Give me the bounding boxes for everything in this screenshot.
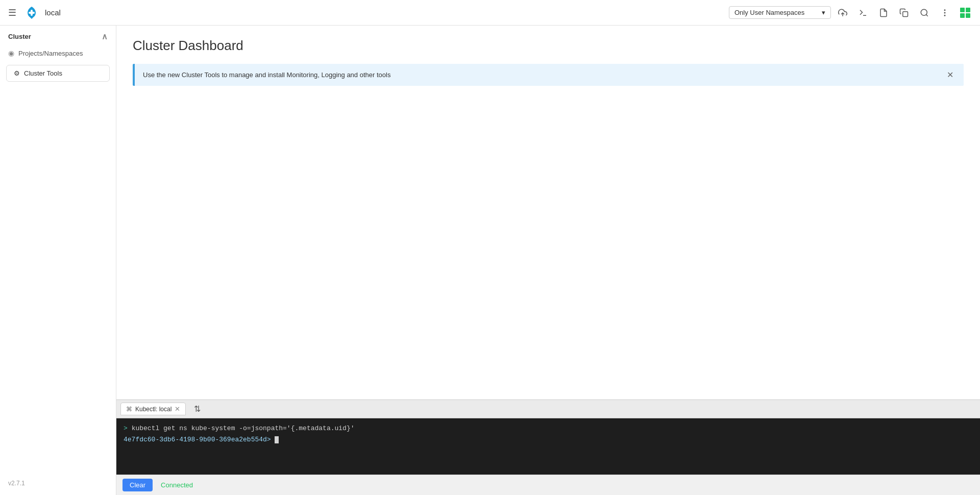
- svg-rect-1: [29, 12, 35, 14]
- header-right: Only User Namespaces ▾: [729, 4, 974, 21]
- terminal-line-2: 4e7fdc60-3db6-4198-9b00-369ea2eb554d>: [124, 435, 973, 445]
- terminal-tab-kubectl-local[interactable]: ⌘ Kubectl: local ✕: [120, 403, 186, 415]
- terminal-cursor: [275, 436, 279, 443]
- copy-icon: [899, 8, 909, 17]
- sidebar-section-header: Cluster ∧: [0, 26, 116, 45]
- terminal-prompt: >: [124, 425, 128, 432]
- file-button[interactable]: [875, 4, 892, 21]
- kubectl-icon: [859, 8, 868, 17]
- version-label: v2.7.1: [0, 477, 116, 495]
- terminal-tabs: ⌘ Kubectl: local ✕ ⇅: [116, 400, 980, 418]
- projects-namespaces-icon: ◉: [8, 49, 14, 57]
- page-title: Cluster Dashboard: [133, 38, 964, 54]
- terminal-tab-icon: ⌘: [126, 406, 132, 413]
- svg-point-7: [944, 10, 945, 11]
- sidebar-resize-handle[interactable]: [114, 26, 118, 495]
- upload-button[interactable]: [834, 4, 851, 21]
- top-header: ☰ local Only User Namespaces ▾: [0, 0, 980, 26]
- clear-button[interactable]: Clear: [122, 479, 153, 491]
- svg-point-8: [944, 12, 945, 13]
- connected-status-label: Connected: [161, 481, 193, 489]
- info-banner: Use the new Cluster Tools to manage and …: [133, 64, 964, 86]
- terminal-tab-label: Kubectl: local: [135, 406, 172, 413]
- hamburger-icon[interactable]: ☰: [6, 5, 18, 20]
- grid-app-button[interactable]: [957, 4, 974, 21]
- kubectl-button[interactable]: [854, 4, 872, 21]
- sidebar: Cluster ∧ ◉ Projects/Namespaces ⚙ Cluste…: [0, 26, 116, 495]
- more-button[interactable]: [936, 4, 953, 21]
- page-content: Cluster Dashboard Use the new Cluster To…: [116, 26, 980, 399]
- status-bar: Clear Connected: [116, 475, 980, 495]
- header-left: ☰ local: [6, 5, 61, 21]
- terminal-command: kubectl get ns kube-system -o=jsonpath='…: [132, 425, 355, 432]
- upload-icon: [838, 8, 847, 17]
- info-banner-close-button[interactable]: ✕: [945, 70, 955, 80]
- search-button[interactable]: [916, 4, 933, 21]
- terminal-body[interactable]: > kubectl get ns kube-system -o=jsonpath…: [116, 418, 980, 475]
- cluster-tools-gear-icon: ⚙: [14, 69, 20, 77]
- sidebar-item-projects-namespaces[interactable]: ◉ Projects/Namespaces: [0, 45, 116, 61]
- terminal-expand-button[interactable]: ⇅: [190, 402, 204, 416]
- search-icon: [920, 8, 929, 17]
- cluster-tools-label: Cluster Tools: [24, 69, 62, 77]
- svg-point-9: [944, 15, 945, 16]
- svg-line-6: [926, 14, 927, 16]
- sidebar-collapse-button[interactable]: ∧: [102, 32, 108, 41]
- copy-button[interactable]: [895, 4, 913, 21]
- cluster-name: local: [45, 8, 61, 17]
- more-icon: [940, 8, 949, 17]
- app-logo-icon: [23, 5, 40, 21]
- namespace-selector[interactable]: Only User Namespaces ▾: [729, 6, 831, 19]
- chevron-down-icon: ▾: [822, 9, 825, 16]
- terminal-output: 4e7fdc60-3db6-4198-9b00-369ea2eb554d>: [124, 436, 271, 443]
- svg-rect-4: [903, 11, 908, 16]
- namespace-label: Only User Namespaces: [734, 9, 804, 16]
- info-banner-text: Use the new Cluster Tools to manage and …: [143, 71, 390, 79]
- cluster-tools-button[interactable]: ⚙ Cluster Tools: [6, 65, 110, 82]
- sidebar-section-title: Cluster: [8, 33, 31, 40]
- main-layout: Cluster ∧ ◉ Projects/Namespaces ⚙ Cluste…: [0, 26, 980, 495]
- file-icon: [879, 8, 888, 17]
- terminal-line-1: > kubectl get ns kube-system -o=jsonpath…: [124, 423, 973, 434]
- content-area: Cluster Dashboard Use the new Cluster To…: [116, 26, 980, 495]
- grid-icon: [960, 8, 970, 18]
- terminal-tab-close-button[interactable]: ✕: [175, 405, 180, 413]
- terminal-area: ⌘ Kubectl: local ✕ ⇅ > kubectl get ns ku…: [116, 399, 980, 475]
- svg-point-5: [921, 9, 927, 15]
- sidebar-item-label-projects: Projects/Namespaces: [18, 50, 83, 57]
